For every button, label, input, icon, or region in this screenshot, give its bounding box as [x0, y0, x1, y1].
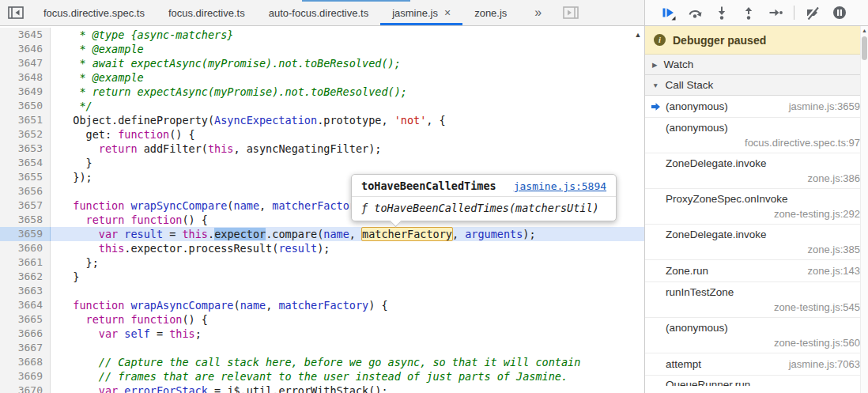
- pause-on-exceptions-icon: [832, 5, 847, 21]
- chevron-down-icon[interactable]: ▼: [652, 81, 659, 89]
- line-number[interactable]: 3662: [0, 270, 51, 284]
- call-stack-frame[interactable]: QueueRunner.run: [645, 376, 868, 386]
- line-number[interactable]: 3665: [0, 312, 51, 327]
- toggle-navigator-button[interactable]: [0, 0, 32, 25]
- tooltip-source-link[interactable]: jasmine.js:5894: [514, 180, 606, 192]
- step-over-button[interactable]: [682, 2, 708, 24]
- code-line-3646: 3646 * @example: [0, 42, 644, 56]
- chevron-right-icon[interactable]: ▶: [652, 61, 658, 69]
- tooltip-function-name: toHaveBeenCalledTimes: [361, 179, 496, 192]
- code-text: Object.defineProperty(AsyncExpectation.p…: [51, 113, 644, 127]
- resume-button[interactable]: [655, 2, 681, 24]
- scroll-up-icon[interactable]: ▲: [635, 30, 642, 393]
- frame-location: jasmine.js:3659: [789, 100, 860, 112]
- code-line-3653: 3653 return addFilter(this, asyncNegatin…: [0, 142, 644, 156]
- step-icon: [768, 5, 783, 21]
- toggle-debugger-sidebar-button[interactable]: [562, 0, 579, 25]
- line-number[interactable]: 3652: [0, 127, 51, 142]
- call-stack-frame[interactable]: ZoneDelegate.invokezone.js:386: [645, 153, 868, 189]
- code-text: * await expectAsync(myPromise).not.toBeR…: [51, 56, 644, 70]
- line-number[interactable]: 3651: [0, 113, 51, 127]
- line-number[interactable]: 3669: [0, 369, 51, 384]
- line-number[interactable]: 3646: [0, 42, 51, 56]
- tab-label: auto-focus.directive.ts: [269, 7, 368, 19]
- frame-name: (anonymous): [666, 322, 860, 334]
- tab-close-icon[interactable]: ×: [444, 7, 451, 18]
- line-number[interactable]: 3667: [0, 341, 51, 355]
- frame-location: zone.js:143: [808, 265, 861, 277]
- current-frame-arrow-icon: [651, 102, 661, 114]
- code-text: };: [51, 255, 644, 270]
- tab-auto-focus.directive.ts[interactable]: auto-focus.directive.ts: [257, 0, 380, 25]
- code-line-3648: 3648 * @example: [0, 70, 644, 85]
- deactivate-breakpoints-button[interactable]: [800, 2, 825, 24]
- call-stack-section-header[interactable]: ▼ Call Stack: [645, 75, 868, 96]
- line-number[interactable]: 3664: [0, 298, 51, 312]
- line-number[interactable]: 3670: [0, 384, 51, 393]
- line-number[interactable]: 3660: [0, 241, 51, 255]
- code-text: * @example: [51, 42, 644, 56]
- scroll-up-icon[interactable]: ▲: [862, 28, 867, 34]
- tab-overflow-button[interactable]: »: [525, 0, 551, 25]
- watch-section-header[interactable]: ▶ Watch: [645, 55, 868, 75]
- call-stack-section-title: Call Stack: [665, 79, 713, 91]
- code-text: * @example: [51, 70, 644, 85]
- sidebar-scrollbar[interactable]: ▲: [860, 26, 868, 393]
- line-number[interactable]: 3655: [0, 170, 51, 184]
- line-number[interactable]: 3650: [0, 99, 51, 113]
- watch-section-title: Watch: [664, 59, 694, 70]
- editor-scrollbar[interactable]: ▲: [632, 26, 644, 393]
- line-number[interactable]: 3648: [0, 70, 51, 85]
- scrollbar-thumb[interactable]: [862, 36, 867, 60]
- step-out-button[interactable]: [736, 2, 761, 24]
- code-text: [51, 284, 644, 298]
- call-stack-frame[interactable]: runInTestZonezone-testing.js:545: [645, 282, 868, 318]
- resume-icon: [660, 5, 676, 21]
- call-stack-frame[interactable]: ProxyZoneSpec.onInvokezone-testing.js:29…: [645, 189, 868, 225]
- frame-name: runInTestZone: [666, 286, 860, 298]
- line-number[interactable]: 3649: [0, 85, 51, 99]
- call-stack-frame[interactable]: ZoneDelegate.invokezone.js:385: [645, 225, 868, 260]
- code-text: * return expectAsync(myPromise).not.toBe…: [51, 85, 644, 99]
- step-into-button[interactable]: [709, 2, 734, 24]
- code-text: * @type {async-matchers}: [51, 28, 644, 42]
- debugger-sidebar: i Debugger paused ▶ Watch ▼ Call Stack (…: [644, 26, 868, 393]
- line-number[interactable]: 3666: [0, 327, 51, 341]
- tab-zone.js[interactable]: zone.js: [462, 0, 519, 25]
- code-text: // Capture the call stack here, before w…: [51, 355, 644, 369]
- step-out-icon: [741, 5, 757, 21]
- step-button[interactable]: [763, 2, 788, 24]
- line-number[interactable]: 3654: [0, 156, 51, 170]
- pause-on-exceptions-button[interactable]: [827, 2, 852, 24]
- frame-name: ZoneDelegate.invoke: [666, 229, 860, 240]
- line-number[interactable]: 3661: [0, 255, 51, 270]
- call-stack-frame[interactable]: (anonymous)jasmine.js:3659: [645, 96, 868, 118]
- line-number[interactable]: 3656: [0, 184, 51, 198]
- call-stack-frame[interactable]: attemptjasmine.js:7063: [645, 353, 868, 376]
- call-stack-frame[interactable]: (anonymous)zone-testing.js:560: [645, 318, 868, 353]
- line-number[interactable]: 3647: [0, 56, 51, 70]
- frame-location: zone-testing.js:560: [666, 337, 860, 349]
- line-number[interactable]: 3653: [0, 142, 51, 156]
- line-number[interactable]: 3658: [0, 213, 51, 227]
- frame-location: zone-testing.js:545: [666, 301, 860, 313]
- line-number[interactable]: 3668: [0, 355, 51, 369]
- tab-focus.directive.ts[interactable]: focus.directive.ts: [157, 0, 257, 25]
- line-number[interactable]: 3657: [0, 198, 51, 213]
- line-number[interactable]: 3645: [0, 28, 51, 42]
- line-number[interactable]: 3663: [0, 284, 51, 298]
- code-text: var self = this;: [51, 327, 644, 341]
- code-line-3663: 3663: [0, 284, 644, 298]
- tooltip-function-signature: ƒ toHaveBeenCalledTimes(matchersUtil): [352, 197, 616, 221]
- line-number[interactable]: 3659: [0, 227, 51, 241]
- tab-focus.directive.spec.ts[interactable]: focus.directive.spec.ts: [32, 0, 157, 25]
- code-line-3645: 3645 * @type {async-matchers}: [0, 28, 644, 42]
- code-line-3652: 3652 get: function() {: [0, 127, 644, 142]
- call-stack-frame[interactable]: (anonymous)focus.directive.spec.ts:97: [645, 118, 868, 153]
- overflow-chevron-icon: »: [534, 6, 542, 20]
- frame-name: ZoneDelegate.invoke: [666, 157, 860, 169]
- call-stack-frame[interactable]: Zone.runzone.js:143: [645, 260, 868, 282]
- code-line-3667: 3667: [0, 341, 644, 355]
- tab-jasmine.js[interactable]: jasmine.js×: [380, 0, 462, 25]
- code-line-3647: 3647 * await expectAsync(myPromise).not.…: [0, 56, 644, 70]
